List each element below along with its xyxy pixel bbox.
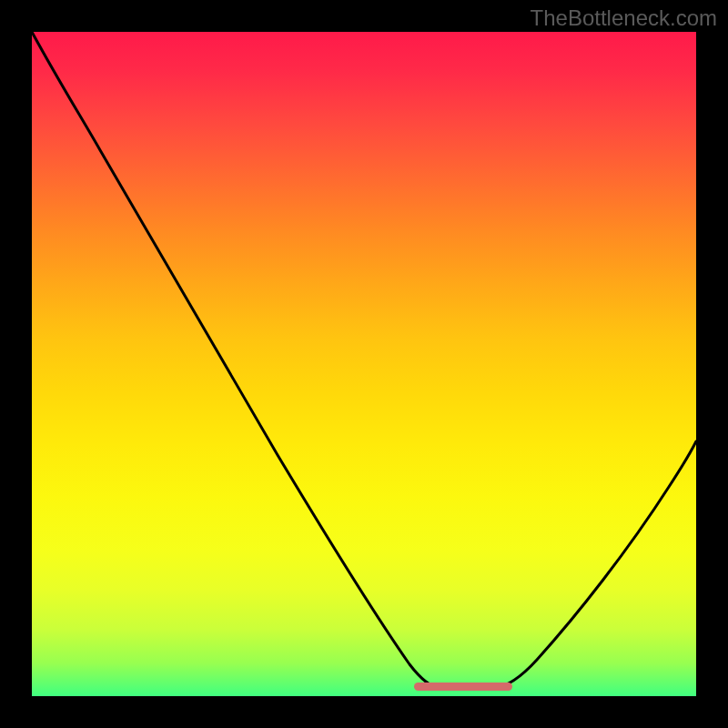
watermark-text: TheBottleneck.com [531, 5, 717, 31]
chart-curve-svg [32, 32, 696, 696]
plot-area [32, 32, 696, 696]
flat-segment-marker [414, 682, 512, 691]
main-curve [32, 32, 696, 688]
